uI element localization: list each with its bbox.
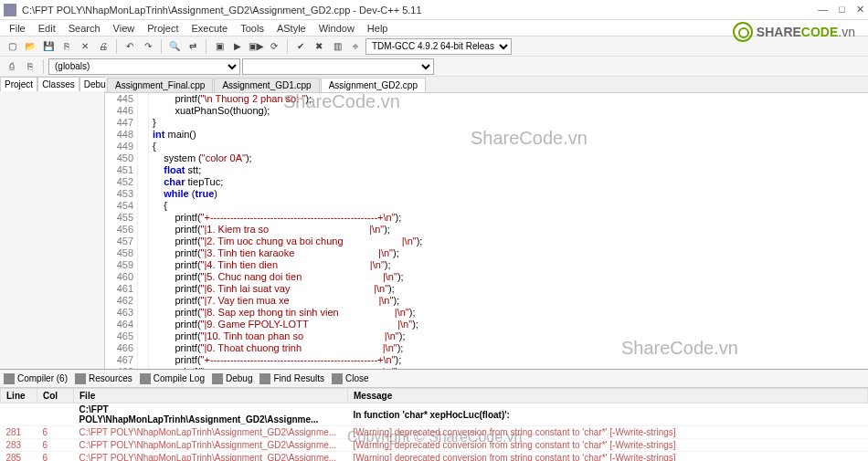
stop-icon[interactable]: ✖ bbox=[311, 38, 327, 55]
debug-tab-icon bbox=[212, 373, 223, 384]
globals-select[interactable]: (globals) bbox=[48, 58, 240, 75]
menu-edit[interactable]: Edit bbox=[33, 22, 61, 35]
col-line[interactable]: Line bbox=[1, 389, 37, 403]
close-tab-icon bbox=[332, 373, 343, 384]
compile-run-icon[interactable]: ▣▶ bbox=[248, 38, 264, 55]
menu-execute[interactable]: Execute bbox=[185, 22, 233, 35]
print-icon[interactable]: 🖨 bbox=[95, 38, 111, 55]
open-icon[interactable]: 📂 bbox=[22, 38, 38, 55]
run-icon[interactable]: ▶ bbox=[229, 38, 246, 55]
maximize-button[interactable]: □ bbox=[839, 4, 845, 16]
find-icon[interactable]: 🔍 bbox=[166, 38, 183, 55]
rebuild-icon[interactable]: ⟳ bbox=[266, 38, 282, 55]
find-tab-icon bbox=[259, 373, 270, 384]
redo-icon[interactable]: ↷ bbox=[140, 38, 156, 55]
col-file[interactable]: File bbox=[74, 389, 348, 403]
close-file-icon[interactable]: ✕ bbox=[77, 38, 93, 55]
tab-compile-log[interactable]: Compile Log bbox=[140, 373, 205, 384]
goto-icon[interactable]: ⎆ bbox=[347, 38, 364, 55]
menu-view[interactable]: View bbox=[108, 22, 141, 35]
menu-astyle[interactable]: AStyle bbox=[271, 22, 312, 35]
sharecode-logo: SHARECODE.vn bbox=[733, 22, 855, 42]
bookmark-icon[interactable]: ⎙ bbox=[4, 58, 20, 75]
line-gutter: 445 446 447 448 449 450 451 452 453 454 … bbox=[105, 93, 138, 369]
tab-close[interactable]: Close bbox=[332, 373, 369, 384]
resources-icon bbox=[75, 373, 86, 384]
close-button[interactable]: ✕ bbox=[856, 4, 864, 16]
file-tab[interactable]: Assignment_Final.cpp bbox=[107, 78, 213, 92]
compiler-icon bbox=[4, 373, 15, 384]
window-title: C:\FPT POLY\NhapMonLapTrinh\Assignment_G… bbox=[22, 5, 818, 16]
profile-icon[interactable]: ▥ bbox=[329, 38, 345, 55]
col-message[interactable]: Message bbox=[348, 389, 868, 403]
editor-area: Assignment_Final.cppAssignment_GD1.cppAs… bbox=[105, 77, 868, 369]
menu-project[interactable]: Project bbox=[142, 22, 184, 35]
save-all-icon[interactable]: ⎘ bbox=[58, 38, 75, 55]
message-table[interactable]: Line Col File Message C:\FPT POLY\NhapMo… bbox=[0, 388, 868, 461]
sidetab-project[interactable]: Project bbox=[0, 77, 37, 91]
message-row[interactable]: C:\FPT POLY\NhapMonLapTrinh\Assignment_G… bbox=[1, 403, 868, 426]
save-icon[interactable]: 💾 bbox=[40, 38, 57, 55]
menu-help[interactable]: Help bbox=[362, 22, 394, 35]
minimize-button[interactable]: — bbox=[818, 4, 828, 16]
menu-tools[interactable]: Tools bbox=[235, 22, 270, 35]
bottom-panel: Compiler (6) Resources Compile Log Debug… bbox=[0, 369, 868, 461]
code-body[interactable]: printf("\n Thuong 2 phan so: "); xuatPha… bbox=[149, 93, 868, 369]
goto-bookmark-icon[interactable]: ⎘ bbox=[22, 58, 38, 75]
titlebar: C:\FPT POLY\NhapMonLapTrinh\Assignment_G… bbox=[0, 0, 868, 20]
tab-find-results[interactable]: Find Results bbox=[259, 373, 324, 384]
logo-icon bbox=[733, 22, 753, 42]
main-area: ProjectClassesDebug Assignment_Final.cpp… bbox=[0, 77, 868, 369]
message-row[interactable]: 2856C:\FPT POLY\NhapMonLapTrinh\Assignme… bbox=[1, 452, 868, 462]
col-col[interactable]: Col bbox=[37, 389, 74, 403]
side-panel: ProjectClassesDebug bbox=[0, 77, 105, 369]
menu-file[interactable]: File bbox=[4, 22, 31, 35]
undo-icon[interactable]: ↶ bbox=[122, 38, 138, 55]
file-tab[interactable]: Assignment_GD1.cpp bbox=[214, 78, 319, 92]
debug-icon[interactable]: ✔ bbox=[292, 38, 309, 55]
message-row[interactable]: 2836C:\FPT POLY\NhapMonLapTrinh\Assignme… bbox=[1, 439, 868, 452]
menu-window[interactable]: Window bbox=[313, 22, 360, 35]
tab-compiler[interactable]: Compiler (6) bbox=[4, 373, 68, 384]
tab-resources[interactable]: Resources bbox=[75, 373, 132, 384]
log-icon bbox=[140, 373, 151, 384]
replace-icon[interactable]: ⇄ bbox=[185, 38, 201, 55]
compiler-select[interactable]: TDM-GCC 4.9.2 64-bit Release bbox=[365, 38, 512, 55]
menu-search[interactable]: Search bbox=[63, 22, 106, 35]
file-tab[interactable]: Assignment_GD2.cpp bbox=[321, 78, 426, 92]
file-tabs: Assignment_Final.cppAssignment_GD1.cppAs… bbox=[105, 77, 868, 93]
fold-gutter bbox=[138, 93, 149, 369]
compile-icon[interactable]: ▣ bbox=[211, 38, 228, 55]
members-select[interactable] bbox=[242, 58, 434, 75]
toolbar-2: ⎙ ⎘ (globals) bbox=[0, 57, 868, 77]
code-editor[interactable]: 445 446 447 448 449 450 451 452 453 454 … bbox=[105, 93, 868, 369]
new-file-icon[interactable]: ▢ bbox=[4, 38, 20, 55]
message-row[interactable]: 2816C:\FPT POLY\NhapMonLapTrinh\Assignme… bbox=[1, 426, 868, 439]
sidetab-classes[interactable]: Classes bbox=[37, 77, 79, 91]
tab-debug[interactable]: Debug bbox=[212, 373, 252, 384]
app-icon bbox=[4, 4, 16, 16]
